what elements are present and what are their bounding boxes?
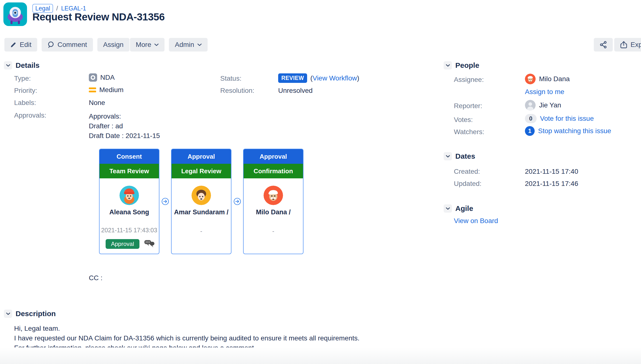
approval-card-legal-review: Approval Legal Review Amar Sundaram / - <box>171 149 232 254</box>
export-button[interactable]: Export <box>614 38 641 52</box>
export-button-label: Export <box>630 41 641 48</box>
card-step: Legal Review <box>171 164 231 178</box>
watchers-label: Watchers: <box>454 128 484 136</box>
more-button[interactable]: More <box>130 38 165 52</box>
type-value: NDA <box>89 74 115 82</box>
approval-workflow-cards: Consent Team Review Aleana Song 2021-11-… <box>99 149 303 254</box>
nda-type-icon <box>89 74 97 82</box>
reporter-value: Jie Yan <box>525 100 561 110</box>
page-title: Request Review NDA-31356 <box>32 11 165 23</box>
assign-button-label: Assign <box>103 41 124 48</box>
comment-button[interactable]: Comment <box>42 38 93 52</box>
assign-button[interactable]: Assign <box>97 38 129 52</box>
assign-more-button-group: Assign More <box>97 38 165 52</box>
watchers-count-badge: 1 <box>525 126 535 136</box>
created-value: 2021-11-15 17:40 <box>525 168 578 176</box>
reporter-avatar <box>525 100 536 110</box>
updated-label: Updated: <box>454 180 482 188</box>
card-assignee-name: Milo Dana / <box>244 208 303 216</box>
comment-button-label: Comment <box>57 41 87 48</box>
description-section-title: Description <box>16 310 56 318</box>
edit-button[interactable]: Edit <box>5 38 37 52</box>
chevron-down-icon <box>6 312 10 315</box>
assignee-name: Milo Dana <box>539 75 570 83</box>
vote-for-issue-link[interactable]: Vote for this issue <box>540 115 594 122</box>
updated-value: 2021-11-15 17:46 <box>525 180 578 188</box>
stop-watching-link[interactable]: Stop watching this issue <box>538 127 611 135</box>
status-value: REVIEW (View Workflow) <box>278 74 359 83</box>
approvals-line-3: Draft Date : 2021-11-15 <box>89 131 160 141</box>
description-line-1: Hi, Legal team. <box>14 324 359 334</box>
view-workflow: (View Workflow) <box>310 74 359 82</box>
avatar-milo-dana <box>264 186 283 205</box>
assign-to-me-link[interactable]: Assign to me <box>525 88 564 96</box>
card-stage: Approval <box>171 149 231 164</box>
share-icon <box>599 41 607 48</box>
card-badge-row: Approval <box>106 239 159 249</box>
agile-section-title: Agile <box>455 204 473 212</box>
admin-button[interactable]: Admin <box>169 38 207 52</box>
labels-label: Labels: <box>14 99 36 107</box>
card-stage: Approval <box>244 149 303 164</box>
dates-collapse-toggle[interactable] <box>444 152 452 160</box>
brown-hair-person-avatar-icon <box>191 186 211 205</box>
avatar-amar-sundaram <box>191 186 211 205</box>
priority-label: Priority: <box>14 87 37 94</box>
people-section-header: People <box>444 61 479 70</box>
assignee-avatar <box>525 74 536 84</box>
export-icon <box>620 41 627 48</box>
view-on-board-link[interactable]: View on Board <box>454 217 498 225</box>
view-workflow-link[interactable]: View Workflow <box>312 74 357 82</box>
card-assignee-name: Amar Sundaram / <box>171 208 231 216</box>
generic-person-avatar-icon <box>525 100 536 110</box>
status-badge: REVIEW <box>278 74 307 83</box>
santa-avatar-icon <box>264 186 283 205</box>
card-assignee-name: Aleana Song <box>100 208 159 216</box>
votes-count-badge: 0 <box>525 114 537 123</box>
approval-card-confirmation: Approval Confirmation Milo Dana / - <box>243 149 303 254</box>
project-avatar <box>4 2 27 26</box>
chevron-down-icon <box>446 155 450 158</box>
labels-value: None <box>89 99 105 107</box>
admin-button-label: Admin <box>175 41 194 48</box>
priority-medium-icon <box>89 88 96 92</box>
card-approval-date: 2021-11-15 17:43:03 <box>100 227 159 234</box>
dates-section-title: Dates <box>455 152 475 160</box>
description-body: Hi, Legal team. I have requested our NDA… <box>14 324 359 353</box>
share-button[interactable] <box>594 38 613 52</box>
card-approval-date: - <box>171 228 231 235</box>
arrow-right-circle-icon <box>161 198 169 205</box>
chevron-down-icon <box>6 64 10 67</box>
people-collapse-toggle[interactable] <box>444 61 452 70</box>
comments-icon[interactable] <box>143 239 155 249</box>
approvals-value: Approvals: Drafter : ad Draft Date : 202… <box>89 112 160 141</box>
comment-bubble-icon <box>48 41 54 48</box>
agile-collapse-toggle[interactable] <box>444 204 452 212</box>
description-section-header: Description <box>4 310 56 318</box>
arrow-right-circle-icon <box>233 198 241 205</box>
people-section-title: People <box>455 61 479 70</box>
resolution-value: Unresolved <box>278 87 313 94</box>
votes-value: 0 Vote for this issue <box>525 114 594 123</box>
breadcrumb-issue-link[interactable]: LEGAL-1 <box>61 5 86 12</box>
resolution-label: Resolution: <box>220 87 254 94</box>
edit-button-label: Edit <box>20 41 31 48</box>
assignee-value: Milo Dana <box>525 74 570 84</box>
paren-close: ) <box>357 74 359 82</box>
created-label: Created: <box>454 168 480 176</box>
priority-value-text: Medium <box>99 86 124 94</box>
card-step: Team Review <box>100 164 159 178</box>
card-stage: Consent <box>100 149 159 164</box>
cc-field: CC : <box>89 274 102 282</box>
workflow-arrow <box>232 198 243 205</box>
card-approval-date: - <box>244 228 303 235</box>
reporter-name: Jie Yan <box>539 101 561 109</box>
type-value-text: NDA <box>100 74 115 82</box>
description-collapse-toggle[interactable] <box>4 310 12 318</box>
details-collapse-toggle[interactable] <box>4 61 12 70</box>
type-label: Type: <box>14 74 31 82</box>
toolbar: Edit Comment Assign More Admin <box>0 38 641 52</box>
details-section-header: Details <box>4 61 40 70</box>
watchers-value: 1 Stop watching this issue <box>525 126 611 136</box>
more-button-label: More <box>136 41 151 48</box>
